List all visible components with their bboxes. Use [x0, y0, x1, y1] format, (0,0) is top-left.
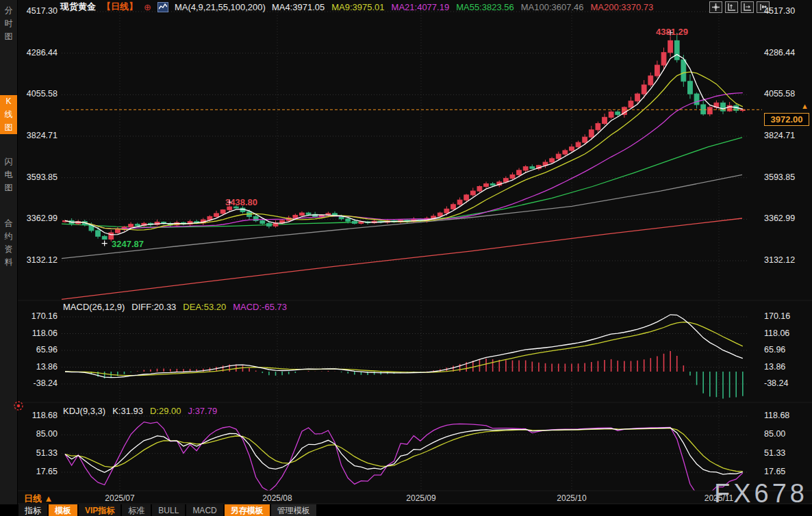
high-price-annotation: 4381.29 — [656, 27, 688, 37]
macd-params-label: MACD(26,12,9) — [63, 302, 125, 312]
ma-value-label: MA4:3971.05 — [272, 2, 325, 12]
swing-high-annotation: 3438.80 — [225, 197, 257, 207]
axis-tick-label: 13.86 — [764, 362, 785, 372]
chart-toolbar — [709, 1, 770, 13]
crosshair-move-icon[interactable] — [709, 1, 722, 13]
axis-tick-label: 4286.44 — [764, 48, 795, 57]
axis-tick-label: 4055.58 — [1, 89, 58, 99]
ma-value-label: MA100:3607.46 — [521, 2, 584, 12]
axis-tick-label: 3362.99 — [764, 214, 795, 223]
ma-value-label: MA55:3823.56 — [456, 2, 514, 12]
axis-scale-icon[interactable] — [725, 1, 738, 13]
period-selector[interactable]: 日线 ▲ — [24, 493, 53, 505]
axis-tick-label: 4517.30 — [764, 6, 795, 16]
axis-tick-label: 4517.30 — [1, 6, 58, 16]
tab-标准[interactable]: 标准 — [122, 504, 151, 516]
date-tick-label: 2025/08 — [262, 493, 292, 503]
chart-canvas[interactable] — [0, 0, 812, 516]
macd-dea-value: DEA:53.20 — [183, 302, 226, 312]
indicator-icon[interactable] — [157, 2, 168, 12]
axis-tick-label: 4286.44 — [1, 48, 58, 57]
macd-hist-value: MACD:-65.73 — [233, 302, 287, 312]
axis-tick-label: 118.68 — [1, 411, 58, 420]
axis-tick-label: 3593.85 — [764, 172, 795, 182]
kdj-j-value: J:37.79 — [188, 406, 218, 416]
axis-tick-label: 118.06 — [1, 328, 58, 338]
last-price-tag: 3972.00 — [764, 113, 809, 126]
low-price-annotation: 3247.87 — [112, 239, 144, 249]
macd-diff-value: DIFF:20.33 — [131, 302, 176, 312]
ma-value-label: MA9:3975.01 — [331, 2, 384, 12]
axis-tick-label: 17.65 — [1, 467, 58, 476]
axis-tick-label: 170.16 — [1, 311, 58, 321]
axis-tick-label: 3132.12 — [764, 255, 795, 265]
chart-window: 分 时 图K 线 图闪 电 图合 约 资 料 现货黄金 【日线】 ⊕ MA(4,… — [0, 0, 812, 516]
axis-tick-label: 3824.71 — [1, 131, 58, 140]
tab-VIP指标[interactable]: VIP指标 — [79, 504, 120, 516]
circle-plus-icon[interactable]: ⊕ — [144, 2, 151, 12]
macd-label-row: MACD(26,12,9) DIFF:20.33 DEA:53.20 MACD:… — [63, 302, 287, 312]
kdj-d-value: D:29.00 — [150, 406, 181, 416]
ma-params-label: MA(4,9,21,55,100,200) — [175, 2, 266, 12]
date-tick-label: 2025/07 — [105, 493, 134, 503]
axis-tick-label: 170.16 — [764, 311, 790, 321]
legend-bar: 现货黄金 【日线】 ⊕ MA(4,9,21,55,100,200) MA4:39… — [60, 1, 653, 12]
axis-tick-label: 3132.12 — [1, 255, 58, 265]
axis-tick-label: 85.00 — [1, 429, 58, 439]
date-tick-label: 2025/10 — [557, 493, 586, 503]
tab-管理模板[interactable]: 管理模板 — [271, 504, 316, 516]
axis-tick-label: 3362.99 — [1, 214, 58, 223]
tab-指标[interactable]: 指标 — [18, 504, 47, 516]
axis-tick-label: -38.24 — [1, 378, 58, 388]
kdj-label-row: KDJ(9,3,3) K:31.93 D:29.00 J:37.79 — [63, 406, 217, 416]
axis-tick-label: 3593.85 — [1, 172, 58, 182]
tab-模板[interactable]: 模板 — [49, 504, 77, 516]
axis-tick-label: 118.68 — [764, 411, 789, 420]
date-tick-label: 2025/09 — [406, 493, 435, 503]
axis-tick-label: 65.96 — [764, 345, 785, 354]
target-marker-icon[interactable] — [12, 400, 25, 415]
period-badge[interactable]: 【日线】 — [102, 1, 138, 13]
axis-tick-label: 65.96 — [1, 345, 58, 354]
sidebar-item-2[interactable]: K 线 图 — [0, 95, 17, 134]
kdj-params-label: KDJ(9,3,3) — [63, 406, 105, 416]
ma-value-label: MA21:4077.19 — [392, 2, 450, 12]
axis-tick-label: -38.24 — [764, 378, 788, 388]
tab-MACD[interactable]: MACD — [186, 504, 223, 516]
price-up-arrow-icon[interactable]: ▲ — [801, 102, 809, 110]
axis-tick-label: 3824.71 — [764, 131, 795, 140]
tab-另存模板[interactable]: 另存模板 — [225, 504, 270, 516]
symbol-title: 现货黄金 — [60, 1, 96, 13]
axis-tick-label: 118.06 — [764, 328, 789, 338]
axis-tick-label: 13.86 — [1, 362, 58, 372]
axis-tick-label: 51.33 — [1, 448, 58, 458]
axis-shift-icon[interactable] — [741, 1, 754, 13]
axis-tick-label: 85.00 — [764, 429, 785, 439]
bottom-tab-bar: 指标模板VIP指标标准BULLMACD另存模板管理模板 — [0, 504, 812, 516]
tab-BULL[interactable]: BULL — [152, 504, 185, 516]
axis-tick-label: 51.33 — [764, 448, 785, 458]
kdj-k-value: K:31.93 — [112, 406, 143, 416]
ma-values: MA4:3971.05MA9:3975.01MA21:4077.19MA55:3… — [272, 2, 653, 12]
axis-tick-label: 17.65 — [764, 467, 785, 476]
axis-tick-label: 4055.58 — [764, 89, 795, 99]
ma-value-label: MA200:3370.73 — [591, 2, 654, 12]
